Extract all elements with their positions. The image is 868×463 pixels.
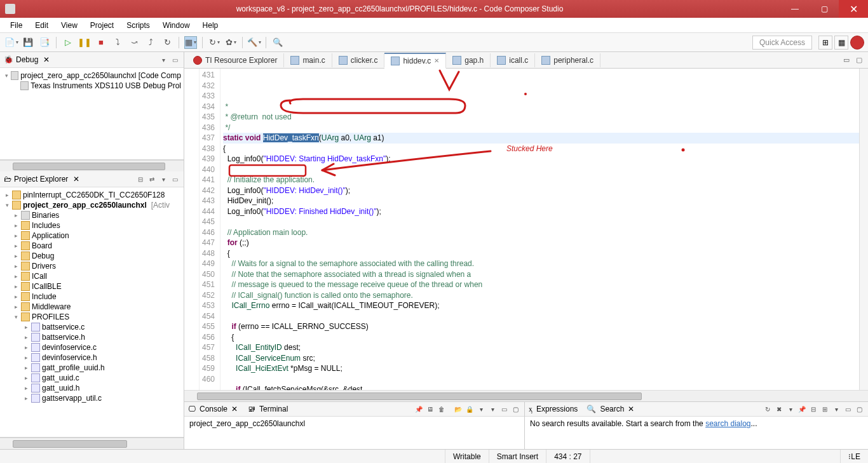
maximize-editor-icon[interactable]: ▢ xyxy=(854,55,864,65)
maximize-icon[interactable]: ▢ xyxy=(510,404,520,414)
quick-access-input[interactable]: Quick Access xyxy=(752,36,812,50)
explorer-item[interactable]: ▾project_zero_app_cc2650launchxl[Activ xyxy=(3,200,181,210)
code-editor[interactable]: 4314324334344354364374384394404414424434… xyxy=(184,69,868,390)
explorer-item[interactable]: ▾PROFILES xyxy=(3,312,181,322)
scroll-lock-icon[interactable]: 🔒 xyxy=(465,404,475,414)
explorer-item[interactable]: ▸Include xyxy=(3,292,181,302)
rerun-icon[interactable]: ↻ xyxy=(763,404,773,414)
resume-button[interactable]: ▷ xyxy=(62,36,74,49)
explorer-item[interactable]: ▸gattservapp_util.c xyxy=(3,393,181,403)
restart-button[interactable]: ↻ xyxy=(161,36,173,49)
overview-ruler[interactable] xyxy=(859,69,868,390)
minimize-editor-icon[interactable]: ▭ xyxy=(841,55,851,65)
explorer-item[interactable]: ▸Board xyxy=(3,241,181,251)
explorer-item[interactable]: ▸Middleware xyxy=(3,302,181,312)
terminal-tab[interactable]: Terminal xyxy=(259,405,288,413)
editor-tab[interactable]: hiddev.c✕ xyxy=(384,53,446,69)
minimize-view-icon[interactable]: ▭ xyxy=(170,174,180,184)
console-menu-icon[interactable]: ▾ xyxy=(476,404,486,414)
editor-tab[interactable]: clicker.c xyxy=(332,53,385,67)
save-button[interactable]: 💾 xyxy=(22,36,34,49)
step-into-button[interactable]: ⤵ xyxy=(111,36,124,49)
pin-icon[interactable]: 📌 xyxy=(797,404,807,414)
menu-help[interactable]: Help xyxy=(196,19,225,32)
ccs-debug-perspective[interactable] xyxy=(850,36,864,50)
close-icon[interactable]: ✕ xyxy=(231,405,238,413)
menu-project[interactable]: Project xyxy=(84,19,120,32)
close-icon[interactable]: ✕ xyxy=(73,175,79,184)
debug-item[interactable]: ▾project_zero_app_cc2650launchxl [Code C… xyxy=(3,70,181,81)
minimize-button[interactable]: — xyxy=(780,0,810,18)
explorer-item[interactable]: ▸gatt_uuid.h xyxy=(3,383,181,393)
explorer-item[interactable]: ▸gatt_uuid.c xyxy=(3,373,181,383)
expand-icon[interactable]: ⊞ xyxy=(820,404,830,414)
explorer-item[interactable]: ▸Drivers xyxy=(3,261,181,271)
explorer-item[interactable]: ▸battservice.h xyxy=(3,332,181,342)
explorer-item[interactable]: ▸Application xyxy=(3,231,181,241)
menu-file[interactable]: File xyxy=(4,19,29,32)
link-editor-icon[interactable]: ⇄ xyxy=(147,174,157,184)
menu-view[interactable]: View xyxy=(55,19,84,32)
build-button[interactable]: 🔨 xyxy=(248,36,261,49)
clear-icon[interactable]: 🗑 xyxy=(437,404,447,414)
maximize-button[interactable]: ▢ xyxy=(810,0,839,18)
maximize-icon[interactable]: ▢ xyxy=(854,404,864,414)
explorer-item[interactable]: ▸devinfoservice.h xyxy=(3,352,181,363)
explorer-item[interactable]: ▸devinfoservice.c xyxy=(3,342,181,352)
editor-tab[interactable]: icall.c xyxy=(491,53,535,67)
menu-scripts[interactable]: Scripts xyxy=(120,19,156,32)
open-console-icon[interactable]: 📂 xyxy=(453,404,463,414)
view-menu-icon[interactable]: ▾ xyxy=(831,404,841,414)
minimize-icon[interactable]: ▭ xyxy=(499,404,509,414)
explorer-item[interactable]: ▸pinInterrupt_CC2650DK_TI_CC2650F128 xyxy=(3,190,181,200)
explorer-item[interactable]: ▸battservice.c xyxy=(3,322,181,332)
expressions-tab[interactable]: Expressions xyxy=(536,405,578,413)
collapse-all-icon[interactable]: ⊟ xyxy=(135,174,146,184)
history-icon[interactable]: ▾ xyxy=(785,404,796,414)
grid-button[interactable]: ▦ xyxy=(184,36,197,49)
code-text[interactable]: Stucked Here * * @return not used */stat… xyxy=(220,69,859,390)
bug-button[interactable]: ✿ xyxy=(224,36,237,49)
menu-window[interactable]: Window xyxy=(156,19,196,32)
stop-button[interactable]: ■ xyxy=(95,36,107,49)
new-console-icon[interactable]: ▾ xyxy=(487,404,498,414)
minimize-icon[interactable]: ▭ xyxy=(843,404,853,414)
explorer-item[interactable]: ▸ICallBLE xyxy=(3,281,181,292)
refresh-button[interactable]: ↻ xyxy=(208,36,220,49)
save-all-button[interactable]: 📑 xyxy=(38,36,51,49)
cancel-icon[interactable]: ✖ xyxy=(774,404,784,414)
explorer-item[interactable]: ▸ICall xyxy=(3,271,181,281)
code-hscroll[interactable] xyxy=(184,390,868,401)
close-button[interactable]: ✕ xyxy=(839,0,868,18)
view-menu-icon[interactable]: ▾ xyxy=(158,174,168,184)
explorer-item[interactable]: ▸Debug xyxy=(3,251,181,261)
pin-icon[interactable]: 📌 xyxy=(414,404,424,414)
editor-tab[interactable]: gap.h xyxy=(446,53,491,67)
search-tab[interactable]: Search xyxy=(600,405,624,413)
explorer-hscroll[interactable] xyxy=(0,438,184,449)
explorer-item[interactable]: ▸Binaries xyxy=(3,210,181,220)
minimize-view-icon[interactable]: ▭ xyxy=(170,55,180,65)
close-icon[interactable]: ✕ xyxy=(628,405,634,413)
console-tab[interactable]: Console xyxy=(200,405,227,413)
explorer-item[interactable]: ▸gatt_profile_uuid.h xyxy=(3,363,181,373)
close-icon[interactable]: ✕ xyxy=(434,57,439,64)
collapse-icon[interactable]: ⊟ xyxy=(808,404,818,414)
editor-tab[interactable]: TI Resource Explorer xyxy=(187,53,284,67)
debug-hscroll[interactable] xyxy=(0,160,184,171)
editor-tab[interactable]: main.c xyxy=(284,53,332,67)
explorer-item[interactable]: ▸Includes xyxy=(3,220,181,231)
step-return-button[interactable]: ⤴ xyxy=(144,36,157,49)
menu-edit[interactable]: Edit xyxy=(29,19,55,32)
editor-tab[interactable]: peripheral.c xyxy=(535,53,600,67)
open-perspective-button[interactable]: ⊞ xyxy=(818,36,832,50)
ccs-edit-perspective[interactable]: ▦ xyxy=(834,36,848,50)
debug-item[interactable]: Texas Instruments XDS110 USB Debug Prol xyxy=(3,81,181,91)
close-icon[interactable]: ✕ xyxy=(43,55,50,64)
search-button[interactable]: 🔍 xyxy=(271,36,284,49)
view-menu-icon[interactable]: ▾ xyxy=(158,55,168,65)
search-dialog-link[interactable]: search dialog xyxy=(705,419,750,428)
new-button[interactable]: 📄 xyxy=(5,36,18,49)
step-over-button[interactable]: ⤻ xyxy=(128,36,140,49)
pause-button[interactable]: ❚❚ xyxy=(78,36,91,49)
